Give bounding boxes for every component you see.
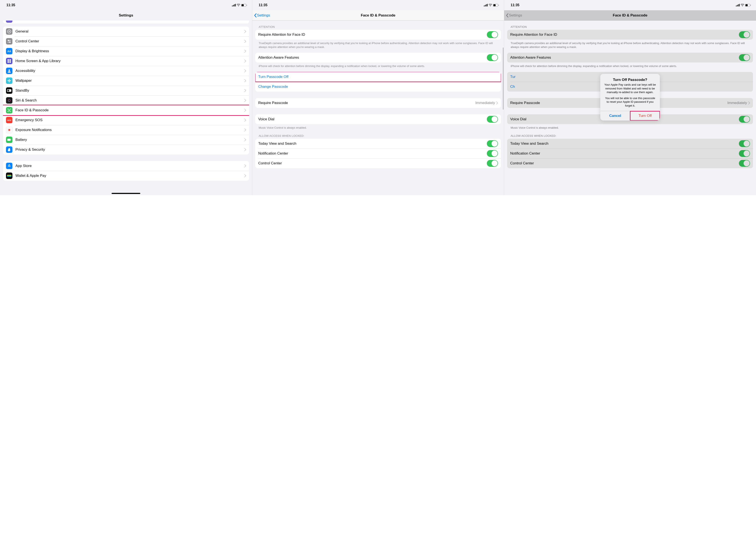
settings-row-general[interactable]: General (3, 27, 249, 36)
settings-row-accessibility[interactable]: Accessibility (3, 66, 249, 76)
attention-aware-row: Attention Aware Features (507, 53, 753, 63)
siri-search-icon (6, 97, 12, 104)
emergency-sos-icon: SOS (6, 117, 12, 123)
svg-rect-42 (7, 176, 11, 177)
svg-rect-5 (242, 4, 244, 6)
chevron-right-icon (244, 50, 246, 53)
svg-rect-50 (736, 6, 737, 6)
svg-rect-38 (11, 139, 11, 140)
svg-point-23 (10, 80, 11, 81)
attention-aware-label: Attention Aware Features (510, 55, 739, 60)
control-center-row[interactable]: Control Center (255, 159, 501, 168)
settings-row-privacy[interactable]: Privacy & Security (3, 145, 249, 155)
require-passcode-label: Require Passcode (258, 101, 475, 105)
panel-faceid-passcode: 11:35 Settings Face ID & Passcode ATTENT… (252, 0, 504, 195)
settings-row-label: Privacy & Security (15, 148, 244, 152)
svg-point-11 (8, 40, 9, 41)
require-passcode-row[interactable]: Require Passcode Immediately (255, 98, 501, 108)
require-attention-footer: TrueDepth camera provides an additional … (504, 40, 756, 49)
settings-row-app-store[interactable]: App Store (3, 161, 249, 171)
svg-rect-14 (7, 59, 9, 61)
exposure-icon (6, 127, 12, 133)
settings-row-home-screen[interactable]: Home Screen & App Library (3, 56, 249, 66)
back-button: Settings (506, 10, 522, 20)
section-header-attention: ATTENTION (504, 21, 756, 30)
svg-rect-2 (234, 4, 235, 6)
attention-aware-row[interactable]: Attention Aware Features (255, 53, 501, 63)
settings-row-label: Control Center (15, 39, 244, 43)
cellular-icon (484, 4, 488, 6)
svg-rect-40 (7, 175, 11, 176)
settings-row-label: Display & Brightness (15, 49, 244, 53)
battery-icon (493, 4, 499, 7)
alert-cancel-button[interactable]: Cancel (600, 111, 630, 121)
require-attention-row[interactable]: Require Attention for Face ID (255, 30, 501, 40)
notification-center-toggle (739, 150, 750, 157)
alert-title: Turn Off Passcode? (604, 78, 656, 82)
require-attention-toggle (739, 31, 750, 38)
scrollbar-thumb[interactable] (503, 48, 504, 110)
status-icons (232, 4, 247, 7)
status-time: 11:35 (6, 3, 15, 7)
chevron-right-icon (244, 69, 246, 72)
settings-row-wallpaper[interactable]: Wallpaper (3, 76, 249, 86)
settings-row-exposure[interactable]: Exposure Notifications (3, 125, 249, 135)
svg-rect-3 (235, 4, 236, 6)
settings-row-wallet[interactable]: Wallet & Apple Pay (3, 171, 249, 181)
voice-dial-toggle[interactable] (487, 116, 498, 123)
require-attention-toggle[interactable] (487, 31, 498, 38)
status-bar: 11:35 (252, 0, 504, 10)
chevron-right-icon (244, 40, 246, 43)
settings-group-store: App Store Wallet & Apple Pay (3, 161, 249, 181)
svg-rect-6 (247, 5, 247, 6)
attention-aware-footer: iPhone will check for attention before d… (504, 63, 756, 68)
chevron-right-icon (244, 174, 246, 177)
settings-scroll[interactable]: General Control Center AA Display & Brig… (0, 21, 252, 195)
home-indicator[interactable] (112, 193, 140, 194)
settings-row-label: Accessibility (15, 69, 244, 73)
today-view-row[interactable]: Today View and Search (255, 139, 501, 149)
svg-rect-1 (233, 5, 234, 6)
faceid-scroll[interactable]: ATTENTION Require Attention for Face ID … (252, 21, 504, 195)
settings-row-battery[interactable]: Battery (3, 135, 249, 145)
svg-rect-17 (9, 61, 11, 63)
svg-rect-43 (484, 6, 484, 6)
settings-row-control-center[interactable]: Control Center (3, 36, 249, 46)
notification-center-toggle[interactable] (487, 150, 498, 157)
display-brightness-icon: AA (6, 48, 12, 54)
svg-point-31 (8, 110, 9, 110)
notification-center-row[interactable]: Notification Center (255, 149, 501, 159)
alert-turnoff-button[interactable]: Turn Off (630, 111, 660, 121)
section-header-allow: ALLOW ACCESS WHEN LOCKED: (504, 130, 756, 139)
settings-row-label: Siri & Search (15, 98, 244, 103)
control-center-toggle[interactable] (487, 160, 498, 167)
today-view-toggle[interactable] (487, 140, 498, 147)
settings-row-emergency-sos[interactable]: SOS Emergency SOS (3, 115, 249, 125)
svg-rect-52 (738, 4, 739, 6)
change-passcode-row[interactable]: Change Passcode (255, 82, 501, 92)
settings-row-label: StandBy (15, 88, 244, 93)
back-button[interactable]: Settings (254, 10, 270, 20)
settings-row-display-brightness[interactable]: AA Display & Brightness (3, 46, 249, 56)
status-icons (736, 4, 751, 7)
svg-point-8 (9, 31, 10, 32)
svg-text:SOS: SOS (7, 119, 11, 121)
wifi-icon (237, 4, 240, 6)
cellular-icon (736, 4, 740, 6)
turn-passcode-off-label: Turn Passcode Off (258, 75, 498, 79)
faceid-passcode-icon (6, 107, 12, 114)
voice-dial-row[interactable]: Voice Dial (255, 114, 501, 124)
status-bar: 11:35 (0, 0, 252, 10)
settings-row-label: Home Screen & App Library (15, 59, 244, 63)
attention-aware-toggle[interactable] (487, 54, 498, 61)
turn-passcode-off-row[interactable]: Turn Passcode Off (255, 72, 501, 82)
settings-row-siri-search[interactable]: Siri & Search (3, 96, 249, 105)
svg-rect-37 (7, 139, 10, 141)
svg-point-21 (9, 81, 10, 82)
nav-title: Face ID & Passcode (613, 13, 647, 18)
battery-icon (241, 4, 247, 7)
svg-rect-53 (739, 4, 740, 6)
settings-row-standby[interactable]: StandBy (3, 86, 249, 96)
settings-row-faceid-passcode[interactable]: Face ID & Passcode (3, 105, 249, 115)
svg-rect-45 (486, 4, 487, 6)
